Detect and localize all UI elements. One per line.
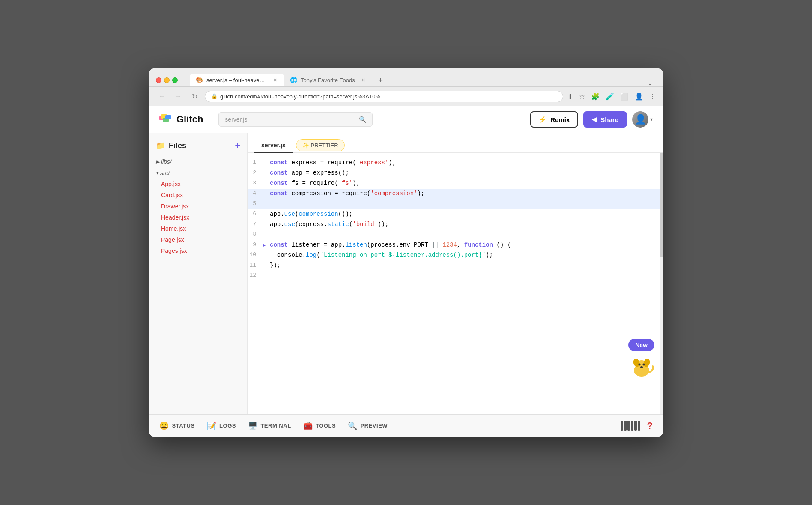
- tab-tony-foods[interactable]: 🌐 Tony's Favorite Foods ✕: [284, 74, 373, 86]
- tab-list-icon[interactable]: ⌄: [648, 80, 653, 86]
- piano-icon[interactable]: [621, 421, 640, 431]
- file-label: Header.jsx: [161, 214, 189, 221]
- remix-label: Remix: [550, 116, 570, 123]
- share-button[interactable]: ◀ Share: [583, 111, 627, 128]
- preview-button[interactable]: 🔍 PREVIEW: [348, 421, 388, 431]
- new-badge[interactable]: New: [628, 339, 654, 351]
- menu-icon[interactable]: ⋮: [649, 92, 656, 101]
- lock-icon: 🔒: [211, 93, 218, 99]
- new-tab-button[interactable]: +: [375, 74, 387, 86]
- sidebar-item-header-jsx[interactable]: Header.jsx: [152, 212, 244, 223]
- avatar-wrap[interactable]: 👤 ▾: [632, 111, 653, 128]
- address-bar-row: ← → ↻ 🔒 glitch.com/edit/#!/foul-heavenly…: [149, 87, 663, 106]
- svg-point-9: [643, 364, 645, 366]
- sidebar-item-home-jsx[interactable]: Home.jsx: [152, 223, 244, 234]
- avatar-dropdown-icon[interactable]: ▾: [650, 116, 653, 122]
- sidebar-item-pages-jsx[interactable]: Pages.jsx: [152, 245, 244, 256]
- file-label: App.jsx: [161, 181, 181, 187]
- add-file-button[interactable]: +: [235, 140, 240, 151]
- code-line-7: 7 app.use(express.static('build'));: [248, 220, 663, 230]
- file-label: Card.jsx: [161, 192, 183, 199]
- reload-button[interactable]: ↻: [188, 90, 200, 102]
- code-line-1: 1 const express = require('express');: [248, 158, 663, 168]
- bottom-right: ?: [621, 420, 653, 431]
- search-icon: 🔍: [359, 116, 366, 123]
- code-line-6: 6 app.use(compression());: [248, 209, 663, 220]
- code-line-8: 8: [248, 230, 663, 240]
- preview-label: PREVIEW: [361, 422, 388, 429]
- code-line-4: 4 const compression = require('compressi…: [248, 189, 663, 199]
- help-button[interactable]: ?: [647, 420, 653, 431]
- dog-illustration: [629, 354, 654, 380]
- maximize-button[interactable]: [172, 77, 178, 83]
- address-text: glitch.com/edit/#!/foul-heavenly-directi…: [220, 93, 557, 100]
- tab-favicon: 🎨: [196, 77, 203, 83]
- terminal-button[interactable]: 🖥️ TERMINAL: [248, 421, 291, 431]
- tab-label: server.js – foul-heavenly-direc: [206, 77, 267, 83]
- sidebar-toggle-icon[interactable]: ⬜: [620, 92, 629, 101]
- sidebar-item-src[interactable]: ▾ src/: [152, 167, 244, 178]
- terminal-icon: 🖥️: [248, 421, 258, 431]
- remix-icon: ⚡: [539, 116, 547, 123]
- file-label: Drawer.jsx: [161, 203, 189, 210]
- sidebar-item-app-jsx[interactable]: App.jsx: [152, 178, 244, 190]
- bottom-bar: 😀 STATUS 📝 LOGS 🖥️ TERMINAL 🧰 TOOLS 🔍 PR…: [149, 414, 663, 437]
- main-area: 📁 Files + ▶ libs/ ▾ src/ App.jsx: [149, 133, 663, 414]
- helper-dog[interactable]: [629, 354, 654, 380]
- code-line-2: 2 const app = express();: [248, 168, 663, 178]
- search-bar[interactable]: server.js 🔍: [218, 112, 373, 127]
- back-button[interactable]: ←: [156, 90, 168, 102]
- glitch-logo-icon: [159, 113, 173, 125]
- code-line-11: 11 });: [248, 261, 663, 271]
- tools-label: TOOLS: [316, 422, 336, 429]
- extensions-icon[interactable]: 🧩: [591, 92, 600, 101]
- prettier-tab[interactable]: ✨ PRETTIER: [296, 139, 345, 152]
- svg-point-8: [639, 364, 641, 366]
- close-button[interactable]: [156, 77, 161, 83]
- sidebar-item-libs[interactable]: ▶ libs/: [152, 156, 244, 167]
- glitch-logo-text: Glitch: [176, 114, 203, 125]
- sidebar-header: 📁 Files +: [149, 140, 247, 156]
- sidebar-item-drawer-jsx[interactable]: Drawer.jsx: [152, 201, 244, 212]
- status-label: STATUS: [172, 422, 195, 429]
- share-icon: ◀: [592, 116, 597, 123]
- status-button[interactable]: 😀 STATUS: [159, 421, 195, 431]
- sidebar-item-card-jsx[interactable]: Card.jsx: [152, 190, 244, 201]
- editor-tab-server-js[interactable]: server.js: [254, 138, 293, 153]
- scrollbar-thumb[interactable]: [660, 153, 663, 257]
- lab-icon[interactable]: 🧪: [606, 92, 614, 101]
- tab-server-js[interactable]: 🎨 server.js – foul-heavenly-direc ✕: [190, 74, 284, 86]
- code-line-12: 12: [248, 271, 663, 281]
- logs-button[interactable]: 📝 LOGS: [207, 421, 236, 431]
- file-label: Pages.jsx: [161, 247, 187, 254]
- forward-button[interactable]: →: [172, 90, 184, 102]
- share-page-icon[interactable]: ⬆: [567, 92, 573, 101]
- tab-label: Tony's Favorite Foods: [301, 77, 355, 83]
- files-icon: 📁: [156, 141, 165, 150]
- file-tree: ▶ libs/ ▾ src/ App.jsx Card.jsx Drawer.j: [149, 156, 247, 256]
- glitch-header: Glitch server.js 🔍 ⚡ Remix ◀ Share 👤: [149, 106, 663, 133]
- title-bar: 🎨 server.js – foul-heavenly-direc ✕ 🌐 To…: [149, 68, 663, 87]
- tools-button[interactable]: 🧰 TOOLS: [303, 421, 336, 431]
- address-bar[interactable]: 🔒 glitch.com/edit/#!/foul-heavenly-direc…: [205, 91, 563, 102]
- scrollbar[interactable]: [660, 153, 663, 414]
- code-editor[interactable]: 1 const express = require('express'); 2 …: [248, 153, 663, 414]
- bookmark-icon[interactable]: ☆: [579, 92, 585, 101]
- sidebar: 📁 Files + ▶ libs/ ▾ src/ App.jsx: [149, 133, 248, 414]
- avatar: 👤: [632, 111, 648, 128]
- traffic-lights: [156, 77, 178, 83]
- sidebar-item-page-jsx[interactable]: Page.jsx: [152, 234, 244, 245]
- tab-close-button[interactable]: ✕: [360, 77, 367, 83]
- minimize-button[interactable]: [164, 77, 170, 83]
- sidebar-title-text: Files: [169, 141, 186, 150]
- libs-folder-label: libs/: [161, 158, 172, 165]
- code-line-3: 3 const fs = require('fs');: [248, 178, 663, 189]
- terminal-label: TERMINAL: [260, 422, 291, 429]
- profile-icon[interactable]: 👤: [635, 92, 643, 101]
- logs-icon: 📝: [207, 421, 217, 431]
- tab-close-button[interactable]: ✕: [272, 77, 278, 83]
- search-placeholder: server.js: [225, 116, 247, 123]
- remix-button[interactable]: ⚡ Remix: [530, 111, 578, 128]
- svg-point-10: [640, 366, 643, 368]
- glitch-logo[interactable]: Glitch: [159, 113, 203, 125]
